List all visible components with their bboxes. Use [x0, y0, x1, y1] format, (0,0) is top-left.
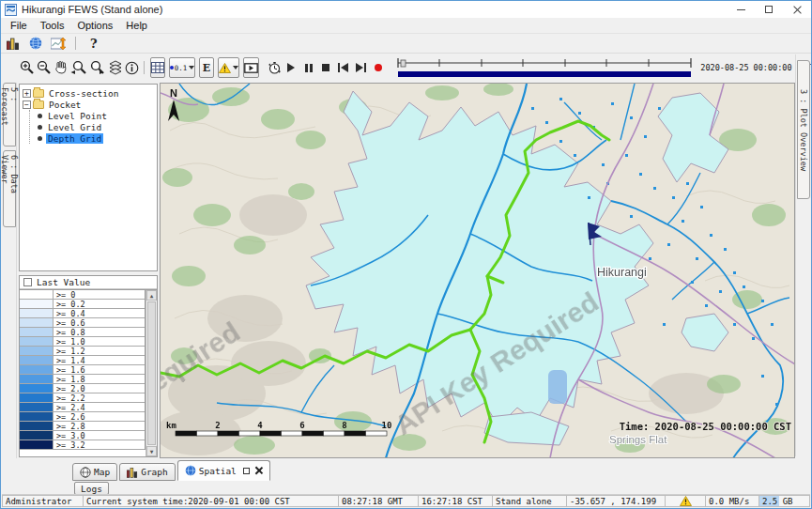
- skip-back-icon[interactable]: [337, 59, 349, 76]
- legend-swatch: [20, 337, 54, 346]
- pan-icon[interactable]: [54, 57, 69, 78]
- legend-rows: >= 0>= 0.2>= 0.4>= 0.6>= 0.8>= 1.0>= 1.2…: [20, 290, 146, 450]
- map-viewport[interactable]: API Key Required API Key Required Hikura…: [160, 83, 795, 458]
- interval-dropdown[interactable]: 0.1: [169, 57, 196, 78]
- bullet-icon: [38, 125, 42, 130]
- stop-icon[interactable]: [320, 59, 332, 76]
- layers-icon[interactable]: [108, 57, 123, 78]
- collapse-icon[interactable]: −: [23, 100, 31, 109]
- status-cell-5: -35.657 , 174.199: [567, 495, 666, 507]
- tree-node-level-point[interactable]: Level Point: [32, 110, 156, 121]
- timer-icon[interactable]: [268, 57, 282, 78]
- minimize-icon[interactable]: [727, 1, 755, 18]
- tree-node-pocket[interactable]: − Pocket: [21, 99, 156, 110]
- zoom-out-icon[interactable]: [37, 57, 52, 78]
- play-icon[interactable]: [285, 59, 298, 76]
- last-value-label: Last Value: [37, 277, 90, 287]
- interval-value: 0.1: [175, 64, 188, 72]
- globe-icon: [185, 465, 196, 476]
- tab-forecast[interactable]: 5 : Forecast: [3, 83, 16, 147]
- tab-restore-icon[interactable]: [243, 468, 250, 474]
- zoom-next-icon[interactable]: [89, 57, 106, 78]
- folder-icon: [33, 100, 44, 109]
- status-cell-3: 16:27:18 CST: [419, 495, 493, 507]
- tab-data-viewer[interactable]: 6 : Data Viewer: [3, 150, 16, 227]
- grid-icon[interactable]: [150, 57, 165, 78]
- status-cell-8: 2.5 GB: [759, 495, 810, 507]
- timeline-slider[interactable]: [395, 55, 694, 80]
- legend-row: >= 1.4: [20, 356, 145, 365]
- status-cell-4: Stand alone: [493, 495, 567, 507]
- legend-row: >= 1.6: [20, 365, 145, 375]
- scroll-up-icon[interactable]: ▲: [146, 290, 157, 301]
- legend-label: >= 2.4: [54, 403, 85, 411]
- legend-scrollbar[interactable]: ▲ ▼: [146, 290, 157, 456]
- animate-icon[interactable]: [243, 57, 259, 78]
- tab-spatial[interactable]: Spatial: [177, 460, 270, 481]
- legend-swatch: [20, 375, 54, 383]
- svg-text:N: N: [170, 87, 177, 99]
- label-toggle[interactable]: E: [199, 57, 213, 78]
- globe-icon[interactable]: [27, 36, 44, 51]
- status-cell-2: 08:27:18 GMT: [339, 495, 419, 507]
- warning-dropdown[interactable]: [218, 57, 239, 78]
- legend-swatch: [20, 309, 54, 317]
- close-icon[interactable]: [783, 1, 811, 18]
- tab-map[interactable]: Map: [72, 463, 117, 481]
- legend-swatch: [20, 328, 54, 336]
- legend-row: >= 3.2: [20, 440, 145, 450]
- scroll-down-icon[interactable]: ▼: [146, 446, 157, 456]
- menu-file[interactable]: File: [4, 20, 34, 31]
- left-tab-strip: 5 : Forecast 6 : Data Viewer: [2, 83, 17, 458]
- menu-options[interactable]: Options: [70, 20, 119, 31]
- svg-text:4: 4: [257, 421, 263, 430]
- help-button[interactable]: ?: [84, 37, 103, 51]
- zoom-in-icon[interactable]: [20, 57, 35, 78]
- expand-icon[interactable]: +: [23, 89, 31, 98]
- status-cell-6: [666, 495, 706, 507]
- legend-swatch: [20, 365, 54, 374]
- pause-icon[interactable]: [302, 59, 314, 76]
- last-value-checkbox[interactable]: [23, 278, 32, 286]
- zoom-previous-icon[interactable]: [70, 57, 87, 78]
- legend-label: >= 3.0: [54, 431, 85, 440]
- legend-panel: Last Value >= 0>= 0.2>= 0.4>= 0.6>= 0.8>…: [19, 275, 158, 457]
- menu-bar: FileToolsOptionsHelp: [1, 18, 811, 34]
- main-area: 5 : Forecast 6 : Data Viewer + Cross-sec…: [2, 83, 810, 458]
- legend-row: >= 2.8: [20, 422, 145, 431]
- info-icon[interactable]: [125, 57, 139, 78]
- legend-label: >= 0.6: [54, 318, 85, 327]
- statistics-icon[interactable]: [5, 36, 22, 51]
- skip-forward-icon[interactable]: [355, 59, 367, 76]
- tab-graph[interactable]: Graph: [119, 463, 176, 481]
- legend-label: >= 2.8: [54, 422, 85, 430]
- menu-help[interactable]: Help: [119, 20, 154, 31]
- legend-label: >= 1.0: [54, 337, 85, 346]
- legend-swatch: [20, 300, 54, 308]
- legend-label: >= 1.6: [54, 365, 85, 374]
- legend-label: >= 1.4: [54, 356, 85, 364]
- record-icon[interactable]: [373, 59, 385, 76]
- logs-button[interactable]: Logs: [74, 482, 109, 495]
- legend-row: >= 1.8: [20, 375, 145, 384]
- legend-label: >= 3.2: [54, 440, 85, 449]
- left-panel: + Cross-section − Pocket Level Point: [17, 83, 160, 458]
- svg-text:10: 10: [382, 421, 392, 430]
- legend-swatch: [20, 384, 54, 393]
- svg-text:km: km: [166, 421, 176, 430]
- timeseries-icon[interactable]: [50, 36, 67, 51]
- app-window: Hikurangi FEWS (Stand alone) FileToolsOp…: [0, 0, 812, 509]
- tab-plot-overview[interactable]: 3 : Plot Overview: [797, 60, 810, 199]
- svg-text:8: 8: [342, 421, 346, 430]
- tree-node-level-grid[interactable]: Level Grid: [32, 121, 156, 132]
- tree-node-cross-section[interactable]: + Cross-section: [21, 87, 156, 99]
- menu-tools[interactable]: Tools: [34, 20, 71, 31]
- legend-row: >= 3.0: [20, 431, 145, 440]
- legend-row: >= 1.0: [20, 337, 145, 347]
- maximize-icon[interactable]: [755, 1, 783, 18]
- legend-row: >= 0.2: [20, 300, 145, 309]
- legend-swatch: [20, 318, 54, 327]
- tab-close-icon[interactable]: [255, 467, 263, 474]
- scrollbar-thumb[interactable]: [147, 301, 156, 445]
- tree-node-depth-grid[interactable]: Depth Grid: [32, 132, 156, 144]
